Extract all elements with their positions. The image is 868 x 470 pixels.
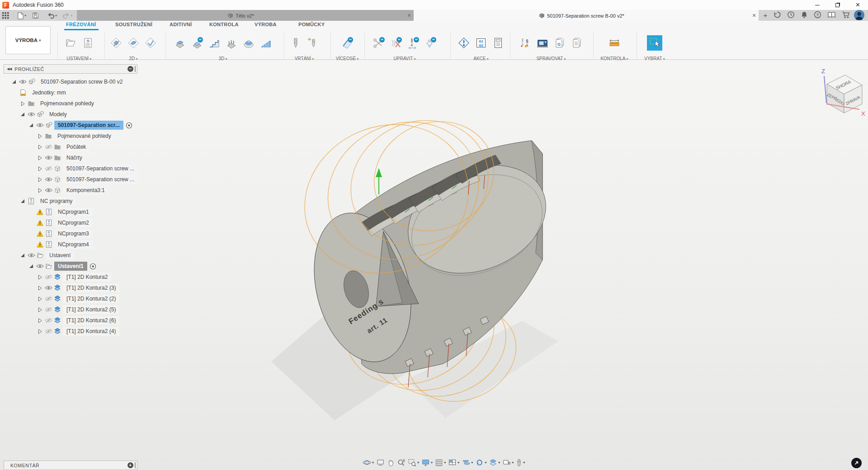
- expand-icon[interactable]: [36, 134, 44, 139]
- tree-item-label[interactable]: NCprogram1: [54, 207, 93, 216]
- dropdown-caret-icon[interactable]: ▾: [372, 461, 374, 465]
- save-button[interactable]: [30, 10, 41, 21]
- minimize-button[interactable]: [807, 0, 827, 10]
- extensions-sync-icon[interactable]: [774, 11, 781, 19]
- 3d-model-view[interactable]: Feeding s art. 11: [271, 108, 570, 425]
- tree-row[interactable]: 501097-Separation screw ...: [36, 163, 138, 174]
- trim-toolpath-button[interactable]: [371, 33, 387, 53]
- visibility-eye-icon[interactable]: [44, 166, 53, 171]
- machine-display-button[interactable]: ▾: [502, 457, 514, 468]
- redo-caret-icon[interactable]: ▾: [71, 14, 72, 18]
- visibility-eye-icon[interactable]: [44, 274, 53, 280]
- delete-toolpath-button[interactable]: [388, 33, 404, 53]
- expand-icon[interactable]: [36, 155, 44, 160]
- app-grid-menu-button[interactable]: [0, 10, 11, 21]
- tree-row[interactable]: Pojmenované pohledy: [19, 98, 98, 109]
- tree-item-label[interactable]: [T1] 2D Kontura2 (6): [63, 316, 119, 325]
- expand-icon[interactable]: [36, 329, 44, 334]
- expand-icon[interactable]: [36, 275, 44, 280]
- tool-change-button[interactable]: [405, 33, 421, 53]
- visibility-eye-icon[interactable]: [44, 296, 53, 301]
- tree-row[interactable]: 501097-Separation screw ...: [36, 174, 138, 185]
- viewports-button[interactable]: ▾: [448, 457, 460, 468]
- comment-bar[interactable]: KOMENTÁŘ +: [4, 461, 137, 470]
- collapse-icon[interactable]: [10, 80, 18, 84]
- drill-button[interactable]: [288, 33, 304, 53]
- tree-item-label[interactable]: Počátek: [63, 142, 90, 151]
- visibility-eye-icon[interactable]: [44, 188, 53, 193]
- orbit-button[interactable]: ▾: [362, 457, 374, 468]
- select-button[interactable]: [647, 35, 662, 51]
- display-settings-button[interactable]: ▾: [421, 457, 433, 468]
- tree-row[interactable]: GNCprogram4: [27, 239, 93, 250]
- job-status-clock-icon[interactable]: [787, 11, 795, 19]
- scallop-button[interactable]: [241, 33, 257, 53]
- expand-icon[interactable]: [19, 101, 27, 106]
- collapse-panel-icon[interactable]: ◀◀: [7, 67, 11, 71]
- tree-item-label[interactable]: 501097-Separation screw B-00 v2: [37, 77, 126, 86]
- visibility-eye-icon[interactable]: [44, 177, 53, 182]
- ribbon-tab-kontrola[interactable]: KONTROLA: [209, 22, 239, 27]
- new-nc-program-button[interactable]: G: [80, 33, 96, 53]
- tree-item-label[interactable]: NCprogram2: [54, 218, 93, 227]
- tree-item-label[interactable]: Pojmenované pohledy: [37, 99, 98, 108]
- tree-row[interactable]: [T1] 2D Kontura2 (6): [36, 315, 119, 326]
- tree-row[interactable]: [T1] 2D Kontura2: [36, 272, 111, 282]
- undo-caret-icon[interactable]: ▾: [55, 14, 57, 18]
- tree-row[interactable]: [T1] 2D Kontura2 (5): [36, 304, 119, 315]
- expand-icon[interactable]: [36, 318, 44, 323]
- adaptive-clearing-button[interactable]: [172, 33, 188, 53]
- tree-item-label[interactable]: Náčrty: [63, 153, 86, 162]
- tree-row[interactable]: Náčrty: [36, 152, 86, 163]
- ribbon-tab-vyroba[interactable]: VÝROBA: [255, 22, 277, 27]
- tree-item-label[interactable]: Ustavení: [46, 251, 74, 260]
- tab-close-icon[interactable]: ✕: [750, 13, 759, 19]
- tree-row[interactable]: GNCprogram2: [27, 217, 93, 228]
- tree-row[interactable]: Modely: [19, 109, 71, 120]
- view-cube[interactable]: SHORA ZEPŘEDU ZPRAVA Z X: [811, 66, 868, 120]
- browser-panel-header[interactable]: ◀◀ PROHLÍŽEČ −: [4, 64, 137, 74]
- viewport-canvas[interactable]: Feeding s art. 11 SHORA ZEPŘEDU ZPRAVA Z…: [0, 60, 868, 470]
- tree-row[interactable]: 501097-Separation scr...: [27, 120, 132, 131]
- refresh-button[interactable]: ▾: [475, 457, 487, 468]
- visibility-eye-icon[interactable]: [44, 155, 53, 160]
- dropdown-caret-icon[interactable]: ▾: [523, 461, 525, 465]
- setup-sheet-button[interactable]: [490, 33, 506, 53]
- tree-row[interactable]: 501097-Separation screw B-00 v2: [10, 76, 126, 87]
- dropdown-caret-icon[interactable]: ▾: [431, 461, 433, 465]
- ramp-button[interactable]: [258, 33, 274, 53]
- visibility-eye-icon[interactable]: [44, 285, 53, 291]
- grid-settings-button[interactable]: ▾: [434, 458, 446, 468]
- visibility-eye-icon[interactable]: [18, 79, 27, 85]
- tree-item-label[interactable]: [T1] 2D Kontura2 (4): [63, 327, 119, 336]
- visibility-eye-icon[interactable]: [44, 307, 53, 312]
- tree-item-label[interactable]: [T1] 2D Kontura2 (5): [63, 305, 119, 314]
- tree-item-label[interactable]: [T1] 2D Kontura2: [63, 273, 111, 282]
- ribbon-tab-soustruzeni[interactable]: SOUSTRUŽENÍ: [115, 22, 152, 27]
- document-tab-telo[interactable]: Tělo v2* ✕: [77, 10, 414, 21]
- expand-icon[interactable]: [36, 145, 44, 150]
- tree-item-label[interactable]: Jednotky: mm: [28, 88, 70, 97]
- expand-icon[interactable]: [36, 286, 44, 291]
- expand-icon[interactable]: [36, 188, 44, 193]
- store-cart-icon[interactable]: [842, 11, 850, 19]
- visibility-eye-icon[interactable]: [27, 112, 36, 117]
- new-setup-button[interactable]: [62, 33, 79, 53]
- file-menu-button[interactable]: [14, 10, 25, 21]
- dropdown-caret-icon[interactable]: ▾: [498, 461, 500, 465]
- visibility-filter-button[interactable]: ▾: [515, 457, 525, 468]
- expand-icon[interactable]: [36, 166, 44, 171]
- activate-radio-icon[interactable]: [90, 263, 96, 270]
- undo-button[interactable]: [45, 10, 56, 21]
- dropdown-caret-icon[interactable]: ▾: [417, 461, 419, 465]
- collapse-icon[interactable]: [19, 253, 27, 258]
- user-avatar[interactable]: [854, 10, 864, 20]
- edit-points-button[interactable]: [422, 33, 439, 53]
- zoom-button[interactable]: [396, 457, 406, 468]
- post-process-button[interactable]: G1G2: [473, 33, 489, 53]
- collapse-icon[interactable]: [27, 264, 35, 268]
- tree-item-label[interactable]: NC programy: [37, 197, 76, 206]
- ribbon-tab-frezovani[interactable]: FRÉZOVÁNÍ: [66, 22, 96, 27]
- visibility-eye-icon[interactable]: [27, 253, 36, 258]
- tree-item-label[interactable]: Modely: [46, 110, 71, 119]
